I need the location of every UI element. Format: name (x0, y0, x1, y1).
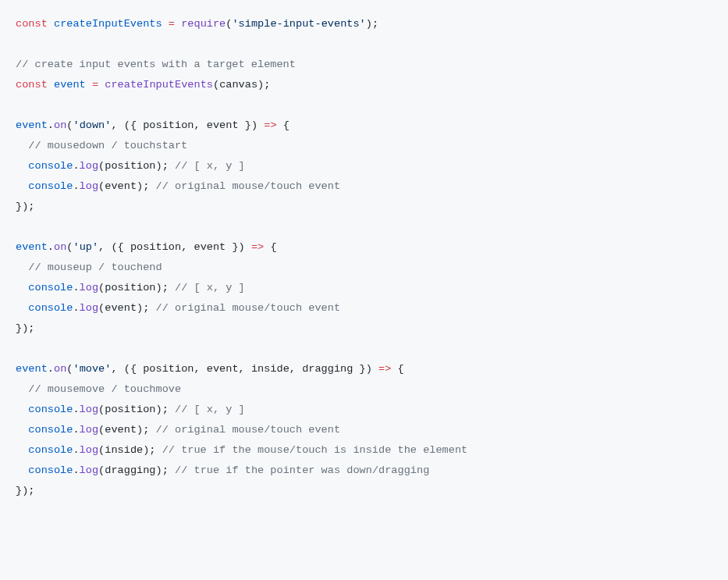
code-token: log (80, 302, 98, 314)
code-line: console.log(event); // original mouse/to… (16, 424, 340, 436)
code-token: (event); (98, 302, 155, 314)
code-line: console.log(event); // original mouse/to… (16, 180, 340, 192)
code-token (16, 404, 28, 415)
code-token: { (277, 119, 289, 131)
code-line: console.log(position); // [ x, y ] (16, 160, 245, 172)
code-token: }); (16, 485, 34, 496)
code-token: on (54, 241, 66, 253)
code-token: = (92, 79, 98, 91)
code-token: require (181, 18, 226, 30)
code-token: { (391, 363, 403, 375)
code-token: console (28, 180, 73, 192)
code-token (162, 18, 169, 30)
code-token: . (48, 119, 54, 131)
code-token: const (16, 18, 48, 30)
code-token: // [ x, y ] (175, 282, 245, 294)
code-line: const event = createInputEvents(canvas); (16, 79, 270, 91)
code-token: , ({ position, event, inside, dragging }… (111, 363, 378, 375)
code-token: log (80, 282, 98, 294)
code-token (16, 180, 28, 192)
code-token: 'simple-input-events' (232, 18, 365, 30)
code-token: . (48, 363, 54, 375)
code-token (16, 282, 28, 294)
code-line: // mousedown / touchstart (16, 140, 187, 151)
code-token: . (73, 464, 79, 476)
code-token (16, 444, 28, 456)
code-line: console.log(inside); // true if the mous… (16, 444, 467, 456)
code-token: 'down' (73, 119, 111, 131)
code-token: 'up' (73, 241, 98, 253)
code-token: (inside); (98, 444, 162, 456)
code-token: // original mouse/touch event (156, 180, 341, 192)
code-line: console.log(position); // [ x, y ] (16, 282, 245, 294)
code-token: }); (16, 201, 34, 212)
code-token: console (28, 464, 73, 476)
code-line: console.log(event); // original mouse/to… (16, 302, 340, 314)
code-line: console.log(dragging); // true if the po… (16, 464, 429, 476)
code-token: log (80, 404, 98, 415)
code-line: // mouseup / touchend (16, 262, 162, 273)
code-line: }); (16, 201, 34, 212)
code-token (16, 383, 28, 395)
code-line: event.on('move', ({ position, event, ins… (16, 363, 404, 375)
code-line: const createInputEvents = require('simpl… (16, 18, 378, 30)
code-token: event (54, 79, 86, 91)
code-token: // original mouse/touch event (156, 302, 341, 314)
code-token: // mouseup / touchend (28, 262, 162, 273)
code-token: . (73, 444, 79, 456)
code-token: log (80, 424, 98, 436)
code-token: // mousemove / touchmove (28, 383, 181, 395)
code-token (86, 79, 92, 91)
code-token (16, 140, 28, 151)
code-token: (position); (98, 282, 175, 294)
code-token: console (28, 444, 73, 456)
code-token (16, 160, 28, 172)
code-token: // true if the pointer was down/dragging (175, 464, 429, 476)
code-token (48, 18, 54, 30)
code-token: // original mouse/touch event (156, 424, 341, 436)
code-token: , ({ position, event }) (98, 241, 251, 253)
code-token: // [ x, y ] (175, 404, 245, 415)
code-token: ); (366, 18, 378, 30)
code-token: log (80, 464, 98, 476)
code-token (175, 18, 181, 30)
code-token: log (80, 180, 98, 192)
code-token: { (264, 241, 276, 253)
code-token: }); (16, 322, 34, 334)
code-token: (event); (98, 424, 155, 436)
code-token: (event); (98, 180, 155, 192)
code-token: . (48, 241, 54, 253)
code-token: // [ x, y ] (175, 160, 245, 172)
code-line: // mousemove / touchmove (16, 383, 181, 395)
code-token: log (80, 160, 98, 172)
code-line: event.on('down', ({ position, event }) =… (16, 119, 289, 131)
code-token (16, 424, 28, 436)
code-token: . (73, 160, 79, 172)
code-token: console (28, 404, 73, 415)
code-token (16, 302, 28, 314)
code-token: . (73, 180, 79, 192)
code-token: (position); (98, 404, 175, 415)
code-token: 'move' (73, 363, 111, 375)
code-token: on (54, 119, 66, 131)
code-line: event.on('up', ({ position, event }) => … (16, 241, 277, 253)
code-token: // mousedown / touchstart (28, 140, 187, 151)
code-token: event (16, 363, 48, 375)
code-token: const (16, 79, 48, 91)
code-token (16, 262, 28, 273)
code-token: // create input events with a target ele… (16, 59, 296, 70)
code-token: . (73, 282, 79, 294)
code-token: => (378, 363, 391, 375)
code-token: . (73, 424, 79, 436)
code-token: . (73, 302, 79, 314)
code-token: // true if the mouse/touch is inside the… (162, 444, 468, 456)
code-token (16, 464, 28, 476)
code-token: log (80, 444, 98, 456)
code-token: console (28, 302, 73, 314)
code-line: // create input events with a target ele… (16, 59, 296, 70)
code-token: , ({ position, event }) (111, 119, 264, 131)
code-line: console.log(position); // [ x, y ] (16, 404, 245, 415)
code-token: => (264, 119, 276, 131)
code-token: (canvas); (213, 79, 270, 91)
code-block: const createInputEvents = require('simpl… (0, 0, 728, 517)
